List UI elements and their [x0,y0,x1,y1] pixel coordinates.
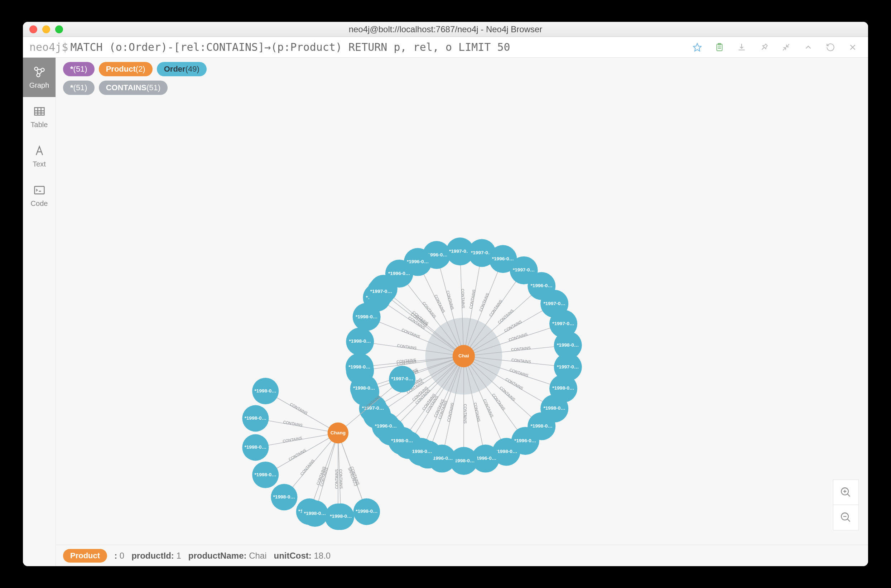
order-node-label: *1998-0… [349,338,371,344]
order-node-label: *1997-0… [471,250,493,255]
order-node-label: *1998-0… [255,472,276,477]
order-node-label: *1997-0… [391,376,413,381]
query-text[interactable]: MATCH (o:Order)-[rel:CONTAINS]→(p:Produc… [70,41,510,53]
detail-footer: Product : 0productId: 1productName: Chai… [56,544,868,566]
order-node-label: *1996-0… [474,456,496,461]
titlebar: neo4j@bolt://localhost:7687/neo4j - Neo4… [23,22,868,37]
order-node-label: *1998-0… [391,438,413,443]
order-node-label: *1998-0… [356,314,378,320]
zoom-out-button[interactable] [833,505,858,530]
graph-svg: CONTAINS*1996-0…CONTAINS*1997-0…CONTAINS… [59,98,865,544]
order-node-label: *1996-0… [492,256,514,261]
relationship-label: CONTAINS [509,368,529,377]
order-node-label: *1998-0… [453,458,474,464]
relationship-label: CONTAINS [497,308,514,324]
legend-pill-all[interactable]: *(51) [63,81,94,95]
view-tab-label: Code [31,200,48,208]
order-node-label: *1998-0… [244,416,267,421]
zoom-in-button[interactable] [833,480,858,505]
order-node-label: *1998-0… [304,511,326,516]
rerun-icon[interactable] [826,43,835,52]
save-notebook-icon[interactable] [715,43,724,52]
order-node-label: *1998-0… [495,449,517,454]
relationship-label: CONTAINS [446,402,454,422]
close-icon[interactable] [848,43,857,52]
relationship-label: CONTAINS [499,386,516,401]
download-icon[interactable] [737,43,746,52]
order-node-label: *1997-0… [370,289,392,294]
relationship-label: CONTAINS [434,294,446,314]
relationship-label: CONTAINS [401,328,421,339]
relationship-label: CONTAINS [397,343,417,350]
legend-pill-contains[interactable]: CONTAINS(51) [99,81,168,95]
relationship-label: CONTAINS [288,448,307,462]
order-node-label: *1997-0… [557,364,579,369]
collapse-icon[interactable] [782,43,791,52]
relationship-label: CONTAINS [299,458,315,476]
view-tab-table[interactable]: Table [23,97,56,136]
zoom-controls [833,480,859,530]
relationship-label: CONTAINS [512,358,531,364]
relationship-label: CONTAINS [463,404,467,424]
order-node-label: *1996-0… [388,271,410,276]
app-window: neo4j@bolt://localhost:7687/neo4j - Neo4… [23,22,868,566]
legend-nodes: *(51)Product(2)Order(49) [56,58,868,76]
relationship-label: CONTAINS [468,289,476,309]
relationship-label: CONTAINS [473,402,481,422]
order-node-label: *1998-0… [348,364,370,369]
relationship-label: CONTAINS [338,469,344,489]
order-node-label: *1998-0… [353,386,375,391]
legend-rels: *(51)CONTAINS(51) [56,76,868,95]
relationship-label: CONTAINS [511,346,531,352]
relationship-label: CONTAINS [478,292,490,312]
relationship-label: CONTAINS [491,393,506,411]
legend-pill-order[interactable]: Order(49) [157,62,207,76]
svg-point-3 [41,68,44,71]
canvas-holder: *(51)Product(2)Order(49) *(51)CONTAINS(5… [56,58,868,566]
legend-pill-product[interactable]: Product(2) [99,62,153,76]
relationship-label: CONTAINS [290,402,308,416]
order-node-label: *1996-0… [514,438,536,443]
order-node-label: *1998-0… [543,405,565,411]
graph-canvas[interactable]: CONTAINS*1996-0…CONTAINS*1997-0…CONTAINS… [59,98,865,544]
view-tab-text[interactable]: Text [23,136,56,176]
order-node-label: *1998-0… [557,342,579,348]
detail-type-pill[interactable]: Product [63,549,107,562]
relationship-label: CONTAINS [422,301,437,319]
order-node-label: *1996-0… [375,423,397,429]
order-node-label: *1997-0… [543,301,565,306]
legend-pill-all[interactable]: *(51) [63,62,94,76]
order-node-label: *1998-0… [531,423,553,429]
relationship-label: CONTAINS [283,420,303,427]
order-node-label: *1996-0… [407,259,429,264]
relationship-label: CONTAINS [482,398,494,418]
svg-marker-0 [693,44,701,51]
pin-icon[interactable] [759,43,768,52]
order-node-label: *1998-0… [356,508,378,514]
relationship-label: CONTAINS [460,289,465,308]
chevron-up-icon[interactable] [804,43,813,52]
order-node-label: *1997-0… [449,249,471,254]
query-prompt: neo4j$ [23,41,70,53]
relationship-label: CONTAINS [488,299,503,318]
order-node-label: *1996-0… [531,283,553,288]
detail-field: productId: 1 [131,551,181,560]
query-bar: neo4j$ MATCH (o:Order)-[rel:CONTAINS]→(p… [23,37,868,58]
order-node-label: *1998-0… [410,449,432,454]
order-node-label: *1997-0… [552,321,574,326]
order-node-label: *1998-0… [255,388,276,393]
detail-field: unitCost: 18.0 [274,551,331,560]
relationship-label: CONTAINS [508,332,528,342]
favorite-icon[interactable] [693,43,702,52]
relationship-label: CONTAINS [505,377,524,391]
view-tab-label: Table [31,121,48,129]
relationship-label: CONTAINS [282,436,303,443]
view-tab-code[interactable]: Code [23,176,56,215]
view-tab-graph[interactable]: Graph [23,58,56,97]
order-node-label: *1997-0… [513,267,535,273]
view-tab-label: Graph [29,81,50,90]
svg-rect-6 [34,186,44,194]
svg-point-2 [34,67,38,70]
view-sidebar: GraphTableTextCode [23,58,56,566]
product-node-label: Chai [458,353,469,358]
